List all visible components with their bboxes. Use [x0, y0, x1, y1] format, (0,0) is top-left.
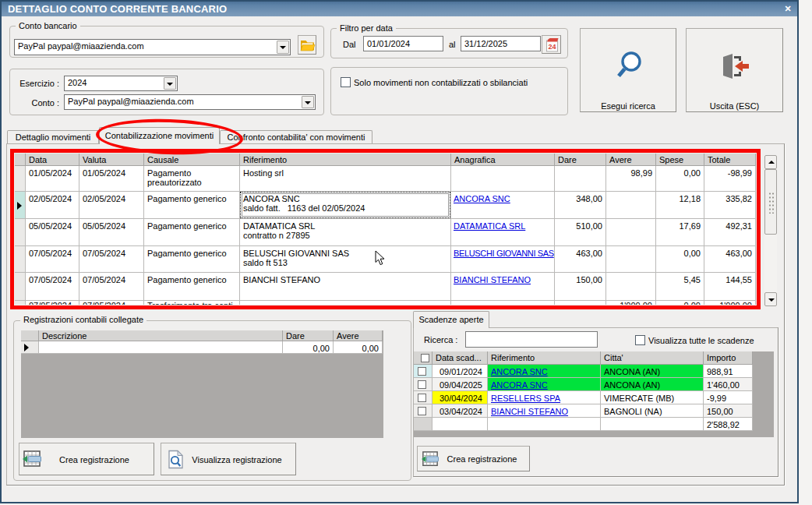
svg-text:24: 24 — [548, 43, 556, 51]
